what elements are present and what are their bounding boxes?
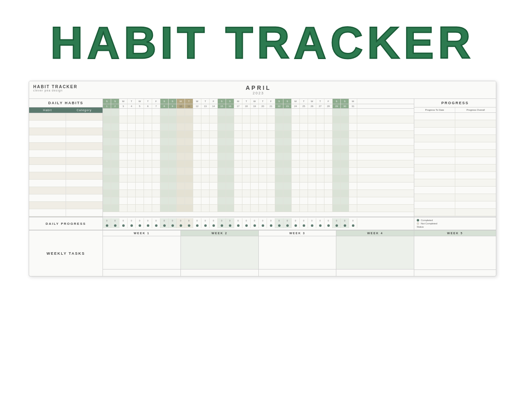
habit-data-cell[interactable] [292,153,300,160]
habit-data-cell[interactable] [251,190,259,197]
habit-data-cell[interactable] [267,131,275,138]
habit-data-cell[interactable] [349,109,357,116]
habit-data-cell[interactable] [283,116,292,123]
habit-data-cell[interactable] [324,183,333,189]
habit-data-cell[interactable] [103,131,111,138]
week-content-4[interactable] [336,236,414,269]
habit-data-cell[interactable] [136,168,144,175]
habit-data-cell[interactable] [300,205,308,212]
habit-data-cell[interactable] [259,160,267,167]
habit-data-cell[interactable] [324,205,333,212]
habit-data-row[interactable] [103,109,414,116]
habit-data-cell[interactable] [242,205,251,212]
habit-row[interactable] [29,158,103,165]
habit-data-cell[interactable] [267,205,275,212]
habit-data-cell[interactable] [144,146,152,153]
habit-data-cell[interactable] [201,109,210,116]
habit-data-cell[interactable] [316,160,324,167]
progress-overall-val[interactable] [455,209,496,216]
habit-name[interactable] [29,187,66,194]
habit-data-cell[interactable] [136,123,144,130]
habit-row[interactable] [29,209,103,217]
habit-data-cell[interactable] [201,190,210,197]
habit-data-cell[interactable] [300,153,308,160]
progress-to-date-val[interactable] [414,201,455,208]
habit-data-cell[interactable] [226,197,234,204]
habit-data-cell[interactable] [283,205,292,212]
progress-overall-val[interactable] [455,179,496,186]
habit-data-cell[interactable] [136,131,144,138]
habit-data-cell[interactable] [103,109,111,116]
habit-data-cell[interactable] [267,197,275,204]
habit-data-cell[interactable] [324,160,333,167]
habit-data-cell[interactable] [128,116,136,123]
habit-data-cell[interactable] [242,183,251,189]
progress-to-date-val[interactable] [414,128,455,135]
habit-data-cell[interactable] [193,123,201,130]
habit-data-cell[interactable] [160,153,169,160]
habit-data-cell[interactable] [185,123,193,130]
habit-row[interactable] [29,194,103,202]
habit-data-cell[interactable] [226,123,234,130]
habit-data-cell[interactable] [128,175,136,182]
habit-data-cell[interactable] [144,123,152,130]
habit-data-cell[interactable] [177,131,185,138]
habit-data-cell[interactable] [193,160,201,167]
habit-row[interactable] [29,172,103,180]
habit-data-cell[interactable] [341,138,349,145]
habit-data-cell[interactable] [292,168,300,175]
habit-data-cell[interactable] [283,146,292,153]
habit-data-cell[interactable] [218,205,226,212]
habit-data-cell[interactable] [177,138,185,145]
habit-data-cell[interactable] [333,138,341,145]
habit-data-cell[interactable] [136,116,144,123]
progress-to-date-val[interactable] [414,209,455,216]
habit-data-cell[interactable] [193,153,201,160]
habit-data-cell[interactable] [259,131,267,138]
progress-to-date-val[interactable] [414,120,455,127]
habit-data-cell[interactable] [169,153,177,160]
habit-data-cell[interactable] [267,123,275,130]
habit-data-cell[interactable] [333,175,341,182]
habit-data-cell[interactable] [144,190,152,197]
habit-data-cell[interactable] [103,123,111,130]
habit-data-cell[interactable] [316,190,324,197]
habit-data-cell[interactable] [308,116,316,123]
habit-data-cell[interactable] [128,183,136,189]
habit-data-cell[interactable] [292,123,300,130]
habit-name[interactable] [29,172,66,179]
habit-data-cell[interactable] [242,190,251,197]
habit-data-row[interactable] [103,131,414,138]
habit-data-cell[interactable] [136,160,144,167]
habit-data-cell[interactable] [259,205,267,212]
habit-data-cell[interactable] [111,109,119,116]
habit-data-cell[interactable] [275,168,283,175]
habit-data-cell[interactable] [144,131,152,138]
habit-data-cell[interactable] [267,190,275,197]
habit-data-cell[interactable] [128,146,136,153]
habit-data-cell[interactable] [152,116,160,123]
habit-data-cell[interactable] [349,116,357,123]
progress-to-date-val[interactable] [414,187,455,194]
habit-data-cell[interactable] [160,160,169,167]
habit-data-cell[interactable] [111,116,119,123]
habit-data-cell[interactable] [193,205,201,212]
habit-category[interactable] [66,121,103,128]
habit-data-cell[interactable] [103,160,111,167]
habit-data-cell[interactable] [283,183,292,189]
habit-data-cell[interactable] [316,116,324,123]
habit-data-cell[interactable] [316,109,324,116]
habit-data-cell[interactable] [103,205,111,212]
habit-data-cell[interactable] [308,205,316,212]
habit-data-row[interactable] [103,168,414,175]
habit-data-cell[interactable] [316,175,324,182]
habit-data-cell[interactable] [201,138,210,145]
habit-data-cell[interactable] [242,131,251,138]
habit-data-cell[interactable] [218,168,226,175]
habit-data-cell[interactable] [160,123,169,130]
habit-data-cell[interactable] [218,116,226,123]
habit-data-cell[interactable] [210,146,218,153]
habit-data-cell[interactable] [201,183,210,189]
habit-data-cell[interactable] [169,116,177,123]
habit-data-cell[interactable] [119,123,128,130]
